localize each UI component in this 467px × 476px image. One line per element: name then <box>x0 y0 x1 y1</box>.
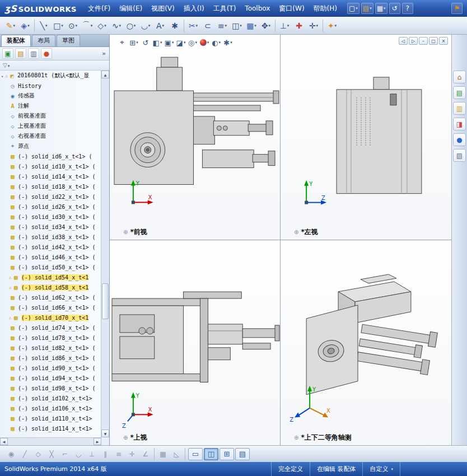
viewport-two-button[interactable]: ◫ <box>204 448 218 460</box>
sw-resources-icon[interactable]: ⚑ <box>451 3 463 14</box>
rectangle-icon[interactable]: □ <box>51 18 66 33</box>
tree-item-root[interactable]: ◩ 20160801t (默认<默认_显 <box>0 71 101 81</box>
menu-item[interactable]: 工具(T) <box>209 0 241 17</box>
menu-item[interactable]: 插入(I) <box>179 0 209 17</box>
tree-item[interactable]: ■ (-) solid_id18_x_t<1> ( <box>0 181 101 192</box>
scroll-right-button[interactable] <box>94 438 101 445</box>
spline-icon[interactable]: ∿ <box>109 18 124 33</box>
snap-perpendicular-icon[interactable]: ⊥ <box>85 447 99 461</box>
snap-hv-icon[interactable]: ≡ <box>112 447 125 461</box>
viewport-link-button[interactable]: ▤ <box>235 448 250 460</box>
pane-right-icon[interactable]: ▷ <box>409 37 418 45</box>
text-icon[interactable]: A <box>153 18 167 33</box>
tree-item[interactable]: ■ (-) solid_id114_x_t<1> <box>0 423 101 433</box>
save-icon[interactable]: ▦ <box>375 3 387 14</box>
tree-item[interactable]: ■ (-) solid_id106_x_t<1> <box>0 403 101 413</box>
quick-snaps-icon[interactable]: ✛ <box>306 18 321 33</box>
command-tab[interactable]: 装配体 <box>1 35 31 46</box>
menu-item[interactable]: 帮助(H) <box>309 0 342 17</box>
task-pane-home-icon[interactable]: ⌂ <box>453 71 466 83</box>
viewport-isometric-view[interactable]: Y X Z ⊕ *上下二等角轴测 <box>281 240 451 446</box>
tree-item[interactable]: A 注解 <box>0 101 101 111</box>
displaymanager-tab-icon[interactable]: ● <box>41 48 52 59</box>
command-tab[interactable]: 布局 <box>32 35 55 46</box>
sketch-icon[interactable]: ✎ <box>3 18 18 33</box>
file-explorer-icon[interactable]: ▥ <box>453 102 466 115</box>
view-orientation-icon[interactable]: ▣ <box>164 36 175 49</box>
repair-sketch-icon[interactable]: ✚ <box>292 18 306 33</box>
tree-item[interactable]: ■ (-) solid_id34_x_t<1> ( <box>0 222 101 232</box>
tree-item[interactable]: ■ (-) solid_id90_x_t<1> ( <box>0 363 101 373</box>
propertymanager-tab-icon[interactable]: ▤ <box>15 48 26 59</box>
tree-horizontal-scrollbar[interactable] <box>0 437 101 445</box>
snap-point-icon[interactable]: ✛ <box>125 447 139 461</box>
restore-window-icon[interactable]: ▢ <box>429 37 438 45</box>
tree-item[interactable]: ■ (-) solid_id74_x_t<1> ( <box>0 323 101 333</box>
tree-item[interactable]: ■ (-) solid_id38_x_t<1> ( <box>0 232 101 242</box>
apply-scene-icon[interactable]: ◐ <box>211 36 222 49</box>
section-view-icon[interactable]: ◧ <box>152 36 163 49</box>
menu-item[interactable]: 文件(F) <box>83 0 115 17</box>
circle-icon[interactable]: ⊙ <box>66 18 80 33</box>
sketch-settings-icon[interactable]: ◺ <box>170 447 183 461</box>
hide-show-items-icon[interactable]: ◎ <box>187 36 198 49</box>
tree-item[interactable]: ◷ History <box>0 81 101 91</box>
display-style-icon[interactable]: ◪ <box>175 36 186 49</box>
offset-icon[interactable]: ≡ <box>215 18 230 33</box>
tree-item[interactable]: ◇ 上视基准面 <box>0 121 101 131</box>
snap-parallel-icon[interactable]: ∥ <box>99 447 112 461</box>
close-window-icon[interactable]: × <box>439 37 448 45</box>
tree-vertical-scrollbar[interactable] <box>101 71 109 437</box>
pane-left-icon[interactable]: ◁ <box>399 37 408 45</box>
convert-entities-icon[interactable]: ⊂ <box>200 18 215 33</box>
fillet-icon[interactable]: ◡ <box>138 18 153 33</box>
appearances-scenes-icon[interactable]: ● <box>453 133 466 146</box>
scroll-left-button[interactable] <box>0 438 8 445</box>
viewport-front-view[interactable]: Y X ⊕ *前视 <box>110 35 281 240</box>
tree-item[interactable]: ■ (-) solid_id26_x_t<1> ( <box>0 202 101 212</box>
viewport-four-button[interactable]: ⊞ <box>220 448 234 460</box>
ellipse-icon[interactable]: ○ <box>124 18 138 33</box>
tree-item[interactable]: ■ (-) solid_id6_x_t<1> ( <box>0 151 101 161</box>
tree-item[interactable]: ⌖ 原点 <box>0 141 101 151</box>
custom-properties-icon[interactable]: ▧ <box>453 149 466 162</box>
tree-item[interactable]: ■ (-) solid_id22_x_t<1> ( <box>0 192 101 202</box>
menu-item[interactable]: 窗口(W) <box>274 0 309 17</box>
tree-item[interactable]: ■ (-) solid_id14_x_t<1> ( <box>0 171 101 181</box>
tree-item[interactable]: ■ (-) solid_id46_x_t<1> ( <box>0 252 101 262</box>
panel-overflow-button[interactable]: » <box>102 50 107 57</box>
viewport-left-view[interactable]: Y Z ⊕ *左视 <box>281 35 451 240</box>
menu-item[interactable]: Toolbox <box>240 0 274 17</box>
tree-item[interactable]: ◇ 前视基准面 <box>0 111 101 121</box>
edit-appearance-icon[interactable] <box>199 36 210 49</box>
filter-icon[interactable]: ▽ <box>3 62 10 68</box>
zoom-fit-icon[interactable]: ⌖ <box>116 36 128 49</box>
snap-angle-icon[interactable]: ∠ <box>139 447 152 461</box>
previous-view-icon[interactable]: ↺ <box>140 36 151 49</box>
mirror-icon[interactable]: ◫ <box>230 18 244 33</box>
viewport-top-view[interactable]: Y X Z ⊕ *上视 <box>110 240 281 446</box>
view-palette-icon[interactable]: ◨ <box>453 118 466 130</box>
snap-center-line-icon[interactable]: ╱ <box>18 447 31 461</box>
tree-item[interactable]: ■ (-) solid_id50_x_t<1> ( <box>0 262 101 272</box>
tree-item[interactable]: ■ (-) solid_id10_x_t<1> ( <box>0 161 101 171</box>
expand-icon[interactable] <box>1 73 5 79</box>
tree-item[interactable]: ■ (-) solid_id66_x_t<1> ( <box>0 302 101 312</box>
open-file-icon[interactable]: ▤ <box>361 3 373 14</box>
command-tab[interactable]: 草图 <box>57 35 80 46</box>
scroll-up-button[interactable] <box>101 71 109 78</box>
menu-item[interactable]: 编辑(E) <box>115 0 147 17</box>
tree-item[interactable]: ■ (-) solid_id98_x_t<1> ( <box>0 383 101 393</box>
trim-icon[interactable]: ✂ <box>186 18 200 33</box>
tree-item[interactable]: ■ (-) solid_id102_x_t<1> <box>0 393 101 403</box>
viewport-single-button[interactable]: ▭ <box>188 448 203 460</box>
status-custom-menu[interactable]: 自定义 <box>362 462 400 476</box>
smart-dimension-icon[interactable]: ◈ <box>18 18 32 33</box>
featuremanager-tab-icon[interactable]: ▣ <box>2 48 13 59</box>
grid-settings-icon[interactable]: ▦ <box>156 447 170 461</box>
scroll-down-button[interactable] <box>101 430 109 437</box>
move-entities-icon[interactable]: ✥ <box>259 18 273 33</box>
tree-item[interactable]: ■ (-) solid_id62_x_t<1> ( <box>0 292 101 302</box>
tree-item[interactable]: ■ (-) solid_id94_x_t<1> ( <box>0 373 101 383</box>
tree-item[interactable]: ■ (-) solid_id58_x_t<1 <box>0 282 101 292</box>
